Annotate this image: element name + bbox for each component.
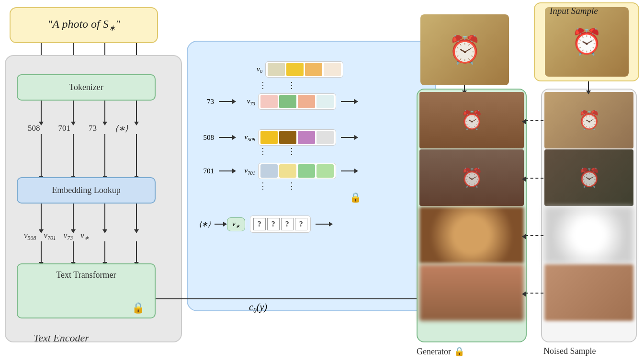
token-1: 508	[28, 124, 40, 134]
gen-clock-2: ⏰	[419, 149, 524, 206]
num-to-emb-4	[136, 134, 137, 176]
v508-blocks	[258, 129, 336, 146]
q3: ?	[281, 218, 294, 230]
v73-blocks	[258, 93, 336, 110]
input-sample-label: Input Sample	[550, 6, 598, 16]
v0-label: v0	[244, 65, 262, 74]
token-3: 73	[89, 124, 97, 134]
gen-clock-1: ⏰	[419, 92, 524, 148]
emb-to-vec-3	[104, 204, 105, 230]
v508-b1	[260, 131, 278, 144]
vdots-6: ⋮	[287, 181, 296, 192]
v508-label: v508	[237, 133, 255, 142]
tokenizer-box: Tokenizer	[17, 74, 156, 101]
v701-b4	[316, 164, 334, 178]
v701-b3	[298, 164, 315, 178]
vdots-5: ⋮	[259, 181, 267, 192]
vocab-row-v73: 73 v73	[199, 93, 356, 110]
phrase-box: "A photo of S∗"	[10, 7, 158, 43]
c-theta-label: cθ(y)	[249, 302, 267, 315]
v0-b4	[324, 63, 341, 76]
v73-out-arrow	[341, 101, 354, 102]
v0-b1	[268, 63, 285, 76]
vocab-row-v508: 508 v508	[199, 129, 356, 146]
tok-to-num-3	[104, 101, 105, 122]
dashed-4	[525, 293, 543, 294]
vocab-lock: 🔒	[350, 192, 362, 203]
tok-to-num-1	[41, 101, 42, 122]
generator-lock: 🔒	[454, 346, 464, 357]
v701-label: v701	[237, 167, 255, 176]
tt-to-gen-arrow	[156, 298, 421, 299]
vdots-1: ⋮	[259, 80, 267, 91]
v73-b2	[279, 95, 296, 108]
vec-4: v∗	[80, 231, 89, 242]
tok-to-num-4	[136, 101, 137, 122]
token-row: 508 701 73 ⟨∗⟩	[28, 124, 128, 134]
idx-508: 508	[199, 134, 214, 142]
v701-b2	[279, 164, 296, 178]
dashed-1	[525, 120, 543, 121]
token-4: ⟨∗⟩	[115, 124, 128, 134]
vdots-2: ⋮	[287, 80, 296, 91]
idx-701: 701	[199, 167, 214, 175]
vstar-row: ⟨∗⟩ v∗ ? ? ? ?	[199, 216, 331, 233]
lstar-label: ⟨∗⟩	[199, 220, 211, 228]
v508-b4	[316, 131, 334, 144]
v0-blocks	[265, 61, 343, 78]
q1: ?	[253, 218, 266, 230]
diagram-container: "A photo of S∗" Text Encoder Tokenizer 5…	[0, 0, 644, 363]
vec-to-tt-4	[136, 241, 137, 262]
v0-b2	[286, 63, 304, 76]
v508-b2	[279, 131, 296, 144]
vec-3: v73	[64, 231, 73, 242]
idx-73: 73	[199, 98, 214, 106]
top-clock-to-gen	[464, 85, 465, 91]
vstar-box: v∗	[227, 217, 245, 231]
vdots-4: ⋮	[287, 147, 296, 157]
embedding-label: Embedding Lookup	[52, 185, 120, 195]
dashed-3	[525, 235, 543, 236]
text-transformer-label: Text Transformer	[56, 270, 116, 280]
vec-to-tt-3	[104, 241, 105, 262]
tok-to-num-2	[73, 101, 74, 122]
v73-b3	[298, 95, 315, 108]
dashed-2	[525, 178, 543, 179]
v0-b3	[305, 63, 322, 76]
noised-clock-1: ⏰	[544, 92, 633, 148]
num-to-emb-3	[104, 134, 105, 176]
emb-to-vec-1	[41, 204, 42, 230]
phrase-text: "A photo of S∗"	[47, 18, 120, 33]
noised-clock-3	[544, 207, 633, 263]
input-to-noised	[588, 81, 589, 91]
input-clock-img: ⏰	[545, 7, 629, 77]
noised-label: Noised Sample	[543, 346, 596, 356]
vec-2: v701	[44, 231, 56, 242]
vec-to-tt-1	[41, 241, 42, 262]
v73-b1	[260, 95, 278, 108]
generator-text: Generator	[417, 347, 451, 357]
gen-clock-4	[419, 264, 524, 321]
noised-text: Noised Sample	[543, 346, 596, 356]
v73-b4	[316, 95, 334, 108]
token-2: 701	[58, 124, 71, 134]
vec-1: v508	[24, 231, 36, 242]
vdots-3: ⋮	[259, 147, 267, 157]
question-box: ? ? ? ?	[250, 216, 311, 233]
tokenizer-label: Tokenizer	[69, 82, 103, 92]
noised-clock-4	[544, 264, 633, 321]
embedding-box: Embedding Lookup	[17, 177, 156, 204]
v701-blocks	[258, 163, 336, 179]
v508-b3	[298, 131, 315, 144]
generator-top-clock: ⏰	[420, 14, 509, 85]
vstar-label: v∗	[232, 220, 240, 227]
num-to-emb-2	[73, 134, 74, 176]
idx73-arrow	[219, 101, 232, 102]
vec-to-tt-2	[73, 241, 74, 262]
text-encoder-label: Text Encoder	[34, 332, 89, 344]
vocab-row-v701: 701 v701	[199, 163, 356, 179]
vocab-row-v0: v0	[244, 61, 343, 78]
v701-b1	[260, 164, 278, 178]
vector-row: v508 v701 v73 v∗	[24, 231, 89, 242]
generator-label: Generator 🔒	[417, 346, 464, 357]
